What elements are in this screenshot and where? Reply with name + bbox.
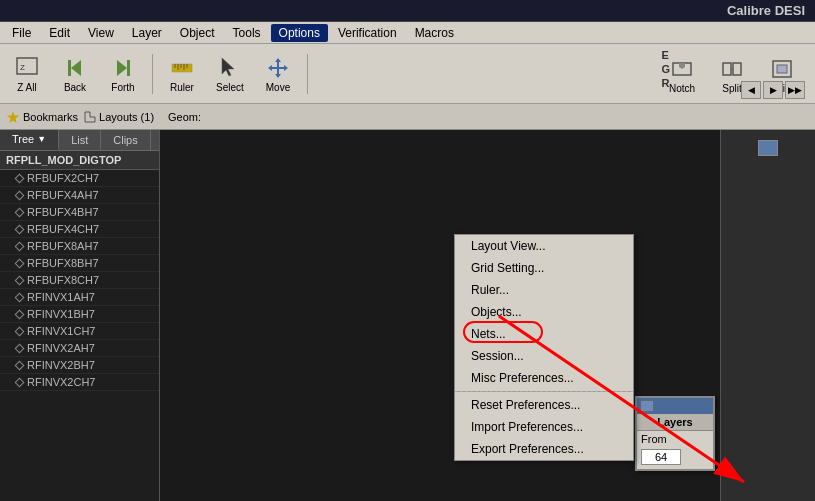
menu-edit[interactable]: Edit [41,24,78,42]
tree-diamond-10 [15,343,25,353]
notch-label: Notch [669,83,695,94]
tree-diamond-5 [15,258,25,268]
forth-button[interactable]: Forth [100,48,146,100]
forth-icon [109,54,137,82]
tree-diamond-8 [15,309,25,319]
tree-diamond-2 [15,207,25,217]
menu-options[interactable]: Options [271,24,328,42]
title-bar: Calibre DESI [0,0,815,22]
svg-text:Z: Z [20,63,25,72]
layouts-label[interactable]: Layouts (1) [99,111,154,123]
main-content: Tree ▼ List Clips RFPLL_MOD_DIGTOP RFBUF… [0,130,815,501]
forth-label: Forth [111,82,134,93]
dropdown-export-prefs[interactable]: Export Preferences... [455,438,633,460]
svg-marker-14 [679,63,685,69]
play-end-button[interactable]: ▶▶ [785,81,805,99]
zoom-all-label: Z All [17,82,36,93]
list-item[interactable]: RFBUFX4BH7 [0,204,159,221]
bookmarks-label[interactable]: Bookmarks [23,111,78,123]
notch-icon [668,55,696,83]
tab-clips[interactable]: Clips [101,130,150,150]
layers-from-value[interactable]: 64 [641,449,681,465]
menu-file[interactable]: File [4,24,39,42]
left-panel: Tree ▼ List Clips RFPLL_MOD_DIGTOP RFBUF… [0,130,160,501]
dropdown-misc-prefs[interactable]: Misc Preferences... [455,367,633,389]
dropdown-reset-prefs[interactable]: Reset Preferences... [455,394,633,416]
ruler-label: Ruler [170,82,194,93]
layers-titlebar [637,398,713,414]
list-item[interactable]: RFINVX2BH7 [0,357,159,374]
tree-diamond-11 [15,360,25,370]
play-forward-button[interactable]: ▶ [763,81,783,99]
tree-diamond-9 [15,326,25,336]
back-button[interactable]: Back [52,48,98,100]
list-item[interactable]: RFINVX1CH7 [0,323,159,340]
right-panel-icon [758,140,778,156]
right-panel [720,130,815,501]
select-button[interactable]: Select [207,48,253,100]
list-item[interactable]: RFBUFX4CH7 [0,221,159,238]
tree-diamond-7 [15,292,25,302]
toolbar: Z Z All Back Forth [0,44,815,104]
list-item[interactable]: RFINVX2AH7 [0,340,159,357]
toolbar-separator-2 [307,54,308,94]
tab-list[interactable]: List [59,130,101,150]
svg-marker-12 [222,58,234,76]
menu-layer[interactable]: Layer [124,24,170,42]
dropdown-ruler[interactable]: Ruler... [455,279,633,301]
dropdown-nets[interactable]: Nets... [455,323,633,345]
center-canvas: Layout View... Grid Setting... Ruler... … [160,130,720,501]
menu-bar: File Edit View Layer Object Tools Option… [0,22,815,44]
list-item[interactable]: RFINVX1AH7 [0,289,159,306]
list-item[interactable]: RFINVX2CH7 [0,374,159,391]
list-item[interactable]: RFBUFX8CH7 [0,272,159,289]
layers-header: Layers [637,414,713,431]
tree-diamond-6 [15,275,25,285]
clip-icon [768,55,796,83]
svg-rect-15 [723,63,731,75]
tree-diamond-3 [15,224,25,234]
select-label: Select [216,82,244,93]
back-icon [61,54,89,82]
play-back-button[interactable]: ◀ [741,81,761,99]
menu-verification[interactable]: Verification [330,24,405,42]
list-item[interactable]: RFBUFX8AH7 [0,238,159,255]
geom-label: Geom: [168,111,201,123]
bookmark-bar: Bookmarks Layouts (1) Geom: [0,104,815,130]
tree-header: RFPLL_MOD_DIGTOP [0,151,159,170]
dropdown-session[interactable]: Session... [455,345,633,367]
toolbar-separator-1 [152,54,153,94]
svg-marker-20 [7,111,19,123]
tree-diamond-1 [15,190,25,200]
dropdown-objects[interactable]: Objects... [455,301,633,323]
dropdown-layout-view[interactable]: Layout View... [455,235,633,257]
zoom-all-button[interactable]: Z Z All [4,48,50,100]
playback-controls: ◀ ▶ ▶▶ [741,81,805,99]
panel-tabs: Tree ▼ List Clips [0,130,159,151]
tree-content: RFPLL_MOD_DIGTOP RFBUFX2CH7 RFBUFX4AH7 R… [0,151,159,501]
notch-button[interactable]: Notch [659,48,705,100]
menu-view[interactable]: View [80,24,122,42]
layers-from-row: From [637,431,713,447]
svg-marker-2 [71,60,81,76]
list-item[interactable]: RFBUFX8BH7 [0,255,159,272]
dropdown-import-prefs[interactable]: Import Preferences... [455,416,633,438]
tab-tree[interactable]: Tree ▼ [0,130,59,150]
tree-diamond-0 [15,173,25,183]
app-title: Calibre DESI [727,3,805,18]
menu-macros[interactable]: Macros [407,24,462,42]
layouts-icon: Layouts (1) [84,111,154,123]
back-label: Back [64,82,86,93]
dropdown-grid-setting[interactable]: Grid Setting... [455,257,633,279]
menu-tools[interactable]: Tools [225,24,269,42]
move-button[interactable]: Move [255,48,301,100]
svg-rect-5 [127,60,130,76]
list-item[interactable]: RFBUFX2CH7 [0,170,159,187]
menu-object[interactable]: Object [172,24,223,42]
ruler-icon [168,54,196,82]
list-item[interactable]: RFINVX1BH7 [0,306,159,323]
list-item[interactable]: RFBUFX4AH7 [0,187,159,204]
split-label: Split [722,83,741,94]
move-label: Move [266,82,290,93]
ruler-button[interactable]: Ruler [159,48,205,100]
